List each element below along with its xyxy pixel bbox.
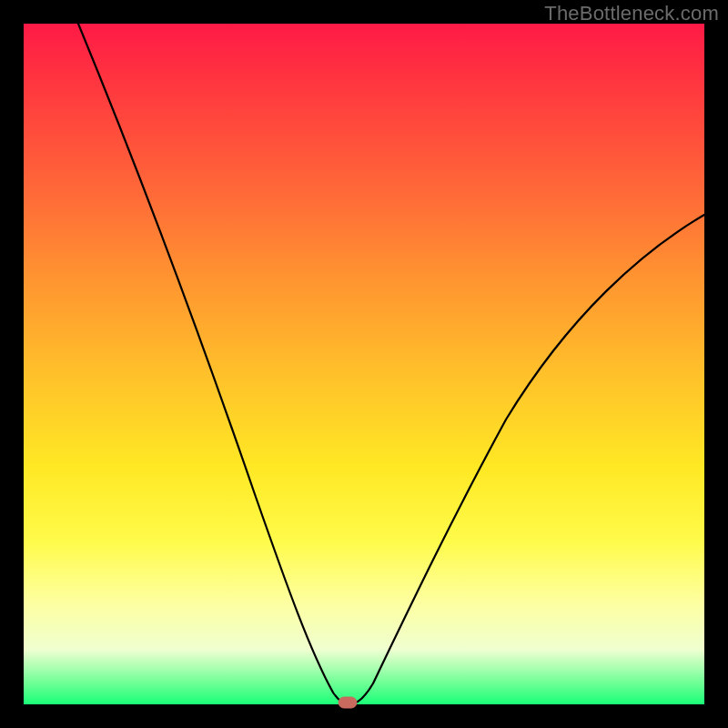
minimum-marker [339, 697, 357, 708]
watermark-text: TheBottleneck.com [544, 2, 719, 25]
curve-layer [24, 24, 704, 704]
bottleneck-curve [78, 24, 704, 704]
plot-area [24, 24, 704, 704]
chart-frame: TheBottleneck.com [0, 0, 728, 728]
